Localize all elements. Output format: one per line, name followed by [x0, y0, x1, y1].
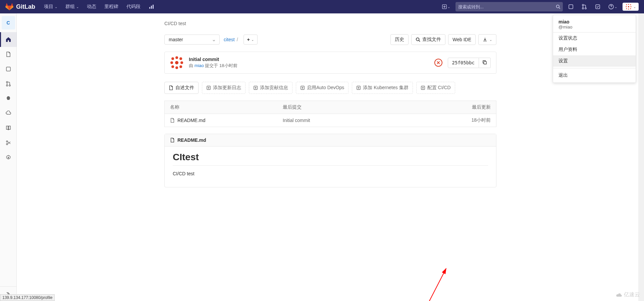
- add-changelog-button[interactable]: 添加更新日志: [202, 82, 246, 94]
- table-row[interactable]: README.md Initial commit 18小时前: [165, 114, 496, 127]
- svg-point-26: [416, 38, 419, 41]
- user-menu-toggle[interactable]: ⌄: [623, 3, 639, 11]
- menu-profile[interactable]: 用户资料: [553, 44, 636, 55]
- nav-activity[interactable]: 动态: [84, 2, 100, 12]
- web-ide-button[interactable]: Web IDE: [448, 34, 476, 45]
- svg-point-7: [582, 8, 584, 9]
- menu-settings[interactable]: 设置: [553, 55, 636, 67]
- col-name: 名称: [165, 101, 277, 114]
- search-box[interactable]: [455, 2, 563, 11]
- svg-point-32: [175, 56, 178, 59]
- user-dropdown-header: miao @miao: [553, 16, 636, 33]
- file-link[interactable]: README.md: [170, 118, 272, 123]
- file-tree-table: 名称 最后提交 最后更新 README.md Initial commit 18…: [164, 101, 496, 127]
- file-icon: [170, 138, 175, 142]
- svg-point-15: [630, 8, 631, 9]
- sidebar-snippets[interactable]: [0, 135, 17, 150]
- sidebar-cicd[interactable]: [0, 91, 17, 106]
- nav-snippets[interactable]: 代码段: [123, 2, 144, 12]
- sidebar-operations[interactable]: [0, 106, 17, 121]
- plus-square-icon: [421, 85, 425, 90]
- book-icon: [6, 125, 11, 131]
- user-avatar-icon: [625, 3, 632, 10]
- plus-square-icon: [206, 85, 211, 90]
- merge-requests-icon[interactable]: [579, 2, 590, 11]
- issues-icon: [6, 66, 11, 72]
- find-file-button[interactable]: 查找文件: [411, 34, 445, 45]
- row-commit[interactable]: Initial commit: [277, 114, 443, 127]
- download-button[interactable]: ⌄: [478, 34, 496, 45]
- svg-rect-5: [569, 5, 573, 9]
- commit-title[interactable]: Initial commit: [189, 57, 429, 62]
- commit-sha[interactable]: 25f05bbc: [448, 58, 479, 68]
- readme-body: CI/CD test: [173, 171, 488, 176]
- svg-point-31: [179, 65, 182, 68]
- add-contributing-button[interactable]: 添加贡献信息: [249, 82, 292, 94]
- svg-point-13: [630, 4, 631, 5]
- sidebar-home[interactable]: [0, 32, 17, 47]
- copy-sha-button[interactable]: [479, 58, 491, 68]
- svg-point-35: [180, 61, 183, 64]
- svg-point-33: [175, 66, 178, 69]
- svg-point-24: [6, 143, 8, 145]
- breadcrumb-separator: /: [237, 37, 238, 42]
- menu-set-status[interactable]: 设置状态: [553, 33, 636, 44]
- sidebar-settings[interactable]: [0, 150, 17, 165]
- readme-viewer: README.md CItest CI/CD test: [164, 134, 496, 187]
- branch-select[interactable]: master: [164, 35, 220, 45]
- svg-rect-20: [6, 67, 10, 71]
- last-commit: Initial commit 由 miao 提交于 18小时前 ✕ 25f05b…: [164, 52, 496, 74]
- pipeline-status-failed[interactable]: ✕: [434, 59, 442, 67]
- svg-rect-1: [151, 6, 152, 9]
- scissors-icon: [6, 140, 11, 145]
- enable-autodevops-button[interactable]: 启用Auto DevOps: [296, 82, 348, 94]
- plus-menu[interactable]: ⌄: [439, 2, 453, 11]
- readme-header: README.md: [165, 134, 496, 146]
- svg-point-6: [582, 4, 584, 6]
- plus-square-icon: [253, 85, 258, 90]
- readme-button[interactable]: 自述文件: [164, 82, 199, 94]
- search-icon: [556, 4, 560, 9]
- sidebar-issues[interactable]: [0, 62, 17, 76]
- svg-rect-36: [484, 61, 486, 64]
- menu-divider: [553, 68, 636, 68]
- svg-point-16: [628, 4, 629, 5]
- svg-point-28: [171, 57, 174, 60]
- gitlab-logo[interactable]: GitLab: [5, 3, 35, 11]
- svg-rect-0: [149, 7, 150, 9]
- add-kubernetes-button[interactable]: 添加 Kubernetes 集群: [352, 82, 413, 94]
- menu-logout[interactable]: 退出: [553, 70, 636, 81]
- sidebar-wiki[interactable]: [0, 121, 17, 135]
- plus-square-icon: [300, 85, 305, 90]
- nav-groups[interactable]: 群组⌄: [62, 2, 82, 12]
- top-navbar: GitLab 项目⌄ 群组⌄ 动态 里程碑 代码段 ⌄ ⌄: [0, 0, 644, 13]
- breadcrumb-root[interactable]: citest: [224, 37, 235, 42]
- setup-cicd-button[interactable]: 配置 CI/CD: [416, 82, 455, 94]
- project-avatar[interactable]: C: [2, 16, 15, 29]
- commit-author-avatar[interactable]: [170, 56, 183, 69]
- nav-milestones[interactable]: 里程碑: [101, 2, 122, 12]
- nav-links: 项目⌄ 群组⌄ 动态 里程碑 代码段: [41, 2, 157, 12]
- gear-icon: [6, 155, 11, 160]
- nav-projects[interactable]: 项目⌄: [41, 2, 61, 12]
- todos-icon[interactable]: [592, 2, 603, 11]
- vertical-scrollbar[interactable]: [638, 0, 644, 195]
- sidebar-merge-requests[interactable]: [0, 76, 17, 91]
- nav-analytics-icon[interactable]: [145, 2, 157, 12]
- help-icon[interactable]: ⌄: [606, 2, 620, 11]
- svg-point-30: [171, 65, 174, 68]
- user-dropdown: miao @miao 设置状态 用户资料 设置 退出: [553, 15, 636, 83]
- add-to-tree-button[interactable]: +⌄: [244, 35, 258, 45]
- history-button[interactable]: 历史: [390, 34, 409, 45]
- main-content: CI/CD test master citest / +⌄ 历史 查找文件 We…: [107, 13, 537, 195]
- svg-point-23: [9, 85, 10, 86]
- project-description: CI/CD test: [164, 21, 496, 26]
- search-icon: [416, 37, 420, 42]
- cloud-icon: [6, 111, 11, 116]
- svg-point-19: [631, 6, 632, 7]
- commit-author-link[interactable]: miao: [195, 63, 204, 68]
- sidebar-repository[interactable]: [0, 47, 17, 62]
- issues-icon[interactable]: [566, 2, 576, 11]
- search-input[interactable]: [458, 4, 556, 9]
- svg-point-4: [556, 5, 559, 8]
